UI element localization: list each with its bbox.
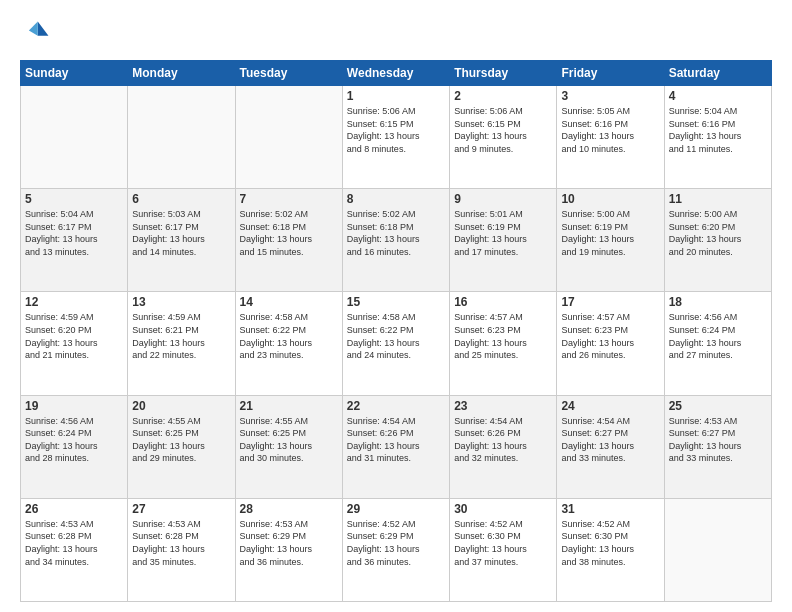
day-number: 12: [25, 295, 123, 309]
day-number: 9: [454, 192, 552, 206]
logo-icon: [20, 18, 52, 50]
week-row-3: 12Sunrise: 4:59 AM Sunset: 6:20 PM Dayli…: [21, 292, 772, 395]
day-cell: 7Sunrise: 5:02 AM Sunset: 6:18 PM Daylig…: [235, 189, 342, 292]
day-cell: 23Sunrise: 4:54 AM Sunset: 6:26 PM Dayli…: [450, 395, 557, 498]
day-info: Sunrise: 4:55 AM Sunset: 6:25 PM Dayligh…: [240, 415, 338, 465]
day-info: Sunrise: 4:52 AM Sunset: 6:30 PM Dayligh…: [561, 518, 659, 568]
day-number: 25: [669, 399, 767, 413]
svg-marker-1: [29, 22, 38, 36]
day-number: 2: [454, 89, 552, 103]
col-header-thursday: Thursday: [450, 61, 557, 86]
day-cell: 18Sunrise: 4:56 AM Sunset: 6:24 PM Dayli…: [664, 292, 771, 395]
day-cell: 14Sunrise: 4:58 AM Sunset: 6:22 PM Dayli…: [235, 292, 342, 395]
logo: [20, 18, 56, 50]
day-cell: 12Sunrise: 4:59 AM Sunset: 6:20 PM Dayli…: [21, 292, 128, 395]
week-row-5: 26Sunrise: 4:53 AM Sunset: 6:28 PM Dayli…: [21, 498, 772, 601]
day-number: 11: [669, 192, 767, 206]
day-number: 4: [669, 89, 767, 103]
day-info: Sunrise: 4:53 AM Sunset: 6:28 PM Dayligh…: [25, 518, 123, 568]
day-cell: [235, 86, 342, 189]
day-number: 24: [561, 399, 659, 413]
day-cell: 6Sunrise: 5:03 AM Sunset: 6:17 PM Daylig…: [128, 189, 235, 292]
day-number: 26: [25, 502, 123, 516]
day-info: Sunrise: 5:03 AM Sunset: 6:17 PM Dayligh…: [132, 208, 230, 258]
day-info: Sunrise: 4:59 AM Sunset: 6:21 PM Dayligh…: [132, 311, 230, 361]
day-info: Sunrise: 4:53 AM Sunset: 6:29 PM Dayligh…: [240, 518, 338, 568]
day-info: Sunrise: 5:02 AM Sunset: 6:18 PM Dayligh…: [240, 208, 338, 258]
day-cell: [128, 86, 235, 189]
col-header-friday: Friday: [557, 61, 664, 86]
col-header-tuesday: Tuesday: [235, 61, 342, 86]
day-info: Sunrise: 4:56 AM Sunset: 6:24 PM Dayligh…: [25, 415, 123, 465]
day-cell: 31Sunrise: 4:52 AM Sunset: 6:30 PM Dayli…: [557, 498, 664, 601]
day-cell: 15Sunrise: 4:58 AM Sunset: 6:22 PM Dayli…: [342, 292, 449, 395]
day-info: Sunrise: 4:53 AM Sunset: 6:28 PM Dayligh…: [132, 518, 230, 568]
day-cell: 2Sunrise: 5:06 AM Sunset: 6:15 PM Daylig…: [450, 86, 557, 189]
day-info: Sunrise: 4:56 AM Sunset: 6:24 PM Dayligh…: [669, 311, 767, 361]
day-cell: 8Sunrise: 5:02 AM Sunset: 6:18 PM Daylig…: [342, 189, 449, 292]
day-number: 21: [240, 399, 338, 413]
day-cell: 30Sunrise: 4:52 AM Sunset: 6:30 PM Dayli…: [450, 498, 557, 601]
day-cell: 21Sunrise: 4:55 AM Sunset: 6:25 PM Dayli…: [235, 395, 342, 498]
day-info: Sunrise: 5:00 AM Sunset: 6:20 PM Dayligh…: [669, 208, 767, 258]
col-header-saturday: Saturday: [664, 61, 771, 86]
week-row-4: 19Sunrise: 4:56 AM Sunset: 6:24 PM Dayli…: [21, 395, 772, 498]
day-cell: 20Sunrise: 4:55 AM Sunset: 6:25 PM Dayli…: [128, 395, 235, 498]
day-cell: [664, 498, 771, 601]
day-cell: 3Sunrise: 5:05 AM Sunset: 6:16 PM Daylig…: [557, 86, 664, 189]
day-cell: 4Sunrise: 5:04 AM Sunset: 6:16 PM Daylig…: [664, 86, 771, 189]
day-number: 28: [240, 502, 338, 516]
day-cell: 11Sunrise: 5:00 AM Sunset: 6:20 PM Dayli…: [664, 189, 771, 292]
day-cell: 28Sunrise: 4:53 AM Sunset: 6:29 PM Dayli…: [235, 498, 342, 601]
day-info: Sunrise: 4:52 AM Sunset: 6:30 PM Dayligh…: [454, 518, 552, 568]
day-info: Sunrise: 5:06 AM Sunset: 6:15 PM Dayligh…: [454, 105, 552, 155]
day-number: 19: [25, 399, 123, 413]
day-info: Sunrise: 5:04 AM Sunset: 6:16 PM Dayligh…: [669, 105, 767, 155]
day-cell: [21, 86, 128, 189]
day-cell: 24Sunrise: 4:54 AM Sunset: 6:27 PM Dayli…: [557, 395, 664, 498]
day-info: Sunrise: 4:54 AM Sunset: 6:26 PM Dayligh…: [454, 415, 552, 465]
day-number: 13: [132, 295, 230, 309]
header-row: SundayMondayTuesdayWednesdayThursdayFrid…: [21, 61, 772, 86]
day-number: 16: [454, 295, 552, 309]
day-number: 7: [240, 192, 338, 206]
day-cell: 27Sunrise: 4:53 AM Sunset: 6:28 PM Dayli…: [128, 498, 235, 601]
day-info: Sunrise: 4:58 AM Sunset: 6:22 PM Dayligh…: [347, 311, 445, 361]
day-number: 30: [454, 502, 552, 516]
col-header-sunday: Sunday: [21, 61, 128, 86]
col-header-wednesday: Wednesday: [342, 61, 449, 86]
day-cell: 29Sunrise: 4:52 AM Sunset: 6:29 PM Dayli…: [342, 498, 449, 601]
day-cell: 16Sunrise: 4:57 AM Sunset: 6:23 PM Dayli…: [450, 292, 557, 395]
day-cell: 1Sunrise: 5:06 AM Sunset: 6:15 PM Daylig…: [342, 86, 449, 189]
day-number: 18: [669, 295, 767, 309]
day-info: Sunrise: 4:52 AM Sunset: 6:29 PM Dayligh…: [347, 518, 445, 568]
week-row-1: 1Sunrise: 5:06 AM Sunset: 6:15 PM Daylig…: [21, 86, 772, 189]
day-number: 8: [347, 192, 445, 206]
day-info: Sunrise: 5:00 AM Sunset: 6:19 PM Dayligh…: [561, 208, 659, 258]
day-info: Sunrise: 5:01 AM Sunset: 6:19 PM Dayligh…: [454, 208, 552, 258]
col-header-monday: Monday: [128, 61, 235, 86]
page: SundayMondayTuesdayWednesdayThursdayFrid…: [0, 0, 792, 612]
header: [20, 18, 772, 50]
day-info: Sunrise: 4:55 AM Sunset: 6:25 PM Dayligh…: [132, 415, 230, 465]
day-info: Sunrise: 5:04 AM Sunset: 6:17 PM Dayligh…: [25, 208, 123, 258]
day-info: Sunrise: 4:59 AM Sunset: 6:20 PM Dayligh…: [25, 311, 123, 361]
day-number: 20: [132, 399, 230, 413]
day-number: 5: [25, 192, 123, 206]
day-number: 3: [561, 89, 659, 103]
day-info: Sunrise: 5:06 AM Sunset: 6:15 PM Dayligh…: [347, 105, 445, 155]
svg-marker-0: [38, 22, 49, 36]
day-number: 22: [347, 399, 445, 413]
day-number: 31: [561, 502, 659, 516]
day-number: 6: [132, 192, 230, 206]
day-cell: 5Sunrise: 5:04 AM Sunset: 6:17 PM Daylig…: [21, 189, 128, 292]
day-cell: 19Sunrise: 4:56 AM Sunset: 6:24 PM Dayli…: [21, 395, 128, 498]
day-info: Sunrise: 4:58 AM Sunset: 6:22 PM Dayligh…: [240, 311, 338, 361]
calendar-table: SundayMondayTuesdayWednesdayThursdayFrid…: [20, 60, 772, 602]
day-cell: 17Sunrise: 4:57 AM Sunset: 6:23 PM Dayli…: [557, 292, 664, 395]
day-info: Sunrise: 4:53 AM Sunset: 6:27 PM Dayligh…: [669, 415, 767, 465]
day-cell: 25Sunrise: 4:53 AM Sunset: 6:27 PM Dayli…: [664, 395, 771, 498]
day-number: 17: [561, 295, 659, 309]
day-number: 15: [347, 295, 445, 309]
day-info: Sunrise: 4:54 AM Sunset: 6:26 PM Dayligh…: [347, 415, 445, 465]
